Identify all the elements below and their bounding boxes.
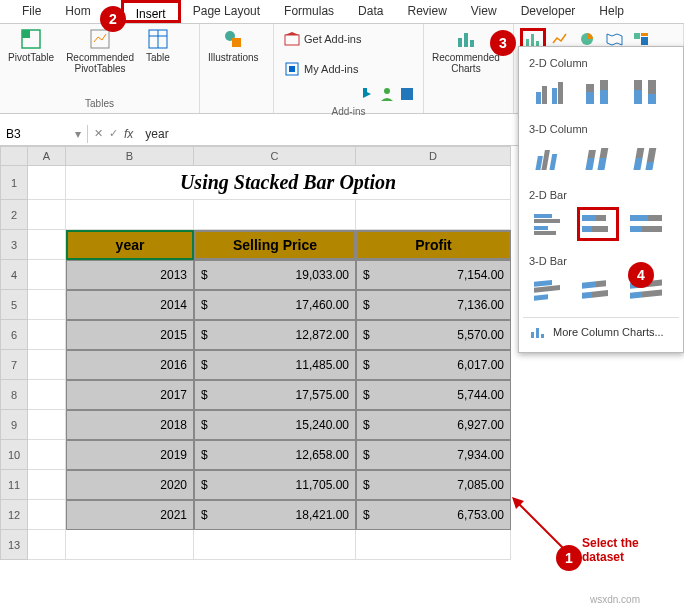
header-year[interactable]: year <box>66 230 194 260</box>
cell-selling[interactable]: $12,658.00 <box>194 440 356 470</box>
cell-year[interactable]: 2013 <box>66 260 194 290</box>
col-header-d[interactable]: D <box>356 146 511 166</box>
clustered-column-option[interactable] <box>529 75 571 109</box>
cell-selling[interactable]: $18,421.00 <box>194 500 356 530</box>
row-header[interactable]: 8 <box>0 380 28 410</box>
enter-icon[interactable]: ✓ <box>109 127 118 140</box>
cell[interactable] <box>28 320 66 350</box>
row-header[interactable]: 9 <box>0 410 28 440</box>
cell-selling[interactable]: $17,575.00 <box>194 380 356 410</box>
cell[interactable] <box>66 200 194 230</box>
cell-year[interactable]: 2020 <box>66 470 194 500</box>
cell[interactable] <box>28 440 66 470</box>
100-stacked-bar-option[interactable] <box>625 207 667 241</box>
3d-clustered-column-option[interactable] <box>529 141 571 175</box>
tab-formulas[interactable]: Formulas <box>272 0 346 23</box>
cell-profit[interactable]: $6,753.00 <box>356 500 511 530</box>
my-addins-button[interactable]: My Add-ins <box>282 60 415 78</box>
col-header-b[interactable]: B <box>66 146 194 166</box>
tab-page-layout[interactable]: Page Layout <box>181 0 272 23</box>
row-header[interactable]: 4 <box>0 260 28 290</box>
row-header[interactable]: 7 <box>0 350 28 380</box>
cell[interactable] <box>28 290 66 320</box>
row-header[interactable]: 2 <box>0 200 28 230</box>
cancel-icon[interactable]: ✕ <box>94 127 103 140</box>
row-header[interactable]: 6 <box>0 320 28 350</box>
3d-clustered-bar-option[interactable] <box>529 273 571 307</box>
3d-stacked-bar-option[interactable] <box>577 273 619 307</box>
tab-file[interactable]: File <box>10 0 53 23</box>
cell-profit[interactable]: $5,744.00 <box>356 380 511 410</box>
illustrations-button[interactable]: Illustrations <box>204 26 263 65</box>
cell-selling[interactable]: $11,485.00 <box>194 350 356 380</box>
row-header[interactable]: 3 <box>0 230 28 260</box>
title-cell[interactable]: Using Stacked Bar Option <box>66 166 511 200</box>
tab-help[interactable]: Help <box>587 0 636 23</box>
col-header-c[interactable]: C <box>194 146 356 166</box>
cell[interactable] <box>28 530 66 560</box>
cell-year[interactable]: 2016 <box>66 350 194 380</box>
cell[interactable] <box>28 470 66 500</box>
cell[interactable] <box>194 530 356 560</box>
tab-insert[interactable]: Insert <box>121 0 181 23</box>
row-header[interactable]: 10 <box>0 440 28 470</box>
row-header[interactable]: 12 <box>0 500 28 530</box>
cell[interactable] <box>28 380 66 410</box>
cell-year[interactable]: 2019 <box>66 440 194 470</box>
tab-developer[interactable]: Developer <box>509 0 588 23</box>
tab-view[interactable]: View <box>459 0 509 23</box>
cell-year[interactable]: 2017 <box>66 380 194 410</box>
cell-selling[interactable]: $15,240.00 <box>194 410 356 440</box>
fx-icon[interactable]: fx <box>124 127 133 141</box>
cell[interactable] <box>356 530 511 560</box>
cell-year[interactable]: 2021 <box>66 500 194 530</box>
name-box[interactable]: B3 ▾ <box>0 125 88 143</box>
bing-icon[interactable] <box>359 86 375 102</box>
visio-icon[interactable] <box>399 86 415 102</box>
header-profit[interactable]: Profit <box>356 230 511 260</box>
get-addins-button[interactable]: Get Add-ins <box>282 30 415 48</box>
cell-selling[interactable]: $11,705.00 <box>194 470 356 500</box>
cell-profit[interactable]: $7,085.00 <box>356 470 511 500</box>
cell[interactable] <box>28 166 66 200</box>
table-button[interactable]: Table <box>142 26 174 65</box>
header-selling[interactable]: Selling Price <box>194 230 356 260</box>
stacked-bar-option[interactable] <box>577 207 619 241</box>
cell[interactable] <box>66 530 194 560</box>
cell[interactable] <box>28 260 66 290</box>
row-header[interactable]: 11 <box>0 470 28 500</box>
cell[interactable] <box>28 200 66 230</box>
cell[interactable] <box>356 200 511 230</box>
cell-year[interactable]: 2015 <box>66 320 194 350</box>
recommended-pivot-button[interactable]: Recommended PivotTables <box>62 26 138 76</box>
cell[interactable] <box>28 410 66 440</box>
cell-year[interactable]: 2018 <box>66 410 194 440</box>
cell-profit[interactable]: $7,136.00 <box>356 290 511 320</box>
more-column-charts-button[interactable]: More Column Charts... <box>523 317 679 346</box>
cell[interactable] <box>28 230 66 260</box>
pivottable-button[interactable]: PivotTable <box>4 26 58 65</box>
col-header-a[interactable]: A <box>28 146 66 166</box>
clustered-bar-option[interactable] <box>529 207 571 241</box>
cell-selling[interactable]: $19,033.00 <box>194 260 356 290</box>
cell-selling[interactable]: $17,460.00 <box>194 290 356 320</box>
cell-selling[interactable]: $12,872.00 <box>194 320 356 350</box>
stacked-column-option[interactable] <box>577 75 619 109</box>
tab-data[interactable]: Data <box>346 0 395 23</box>
cell-profit[interactable]: $7,154.00 <box>356 260 511 290</box>
select-all-corner[interactable] <box>0 146 28 166</box>
cell-profit[interactable]: $6,927.00 <box>356 410 511 440</box>
cell[interactable] <box>28 500 66 530</box>
cell[interactable] <box>28 350 66 380</box>
cell[interactable] <box>194 200 356 230</box>
cell-year[interactable]: 2014 <box>66 290 194 320</box>
cell-profit[interactable]: $6,017.00 <box>356 350 511 380</box>
dropdown-icon[interactable]: ▾ <box>75 127 81 141</box>
cell-profit[interactable]: $7,934.00 <box>356 440 511 470</box>
100-stacked-column-option[interactable] <box>625 75 667 109</box>
3d-stacked-column-option[interactable] <box>577 141 619 175</box>
people-icon[interactable] <box>379 86 395 102</box>
tab-review[interactable]: Review <box>395 0 458 23</box>
row-header[interactable]: 5 <box>0 290 28 320</box>
cell-profit[interactable]: $5,570.00 <box>356 320 511 350</box>
